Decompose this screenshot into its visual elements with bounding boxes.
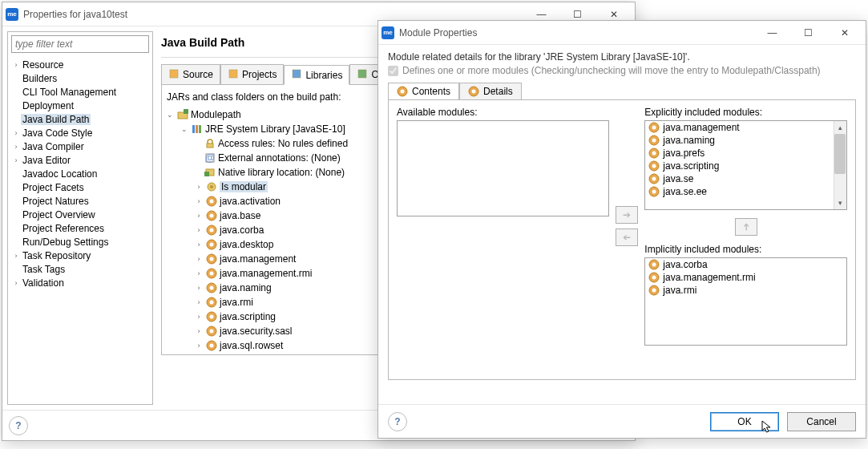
- ok-button[interactable]: OK: [710, 412, 779, 431]
- svg-point-44: [472, 90, 476, 94]
- nav-item-label: Project Facets: [21, 182, 86, 193]
- chevron-right-icon[interactable]: ›: [194, 313, 204, 321]
- chevron-right-icon[interactable]: ›: [194, 298, 204, 306]
- order-icon: [357, 68, 368, 82]
- chevron-down-icon[interactable]: ⌄: [165, 111, 175, 119]
- dialog-tab-details[interactable]: Details: [459, 83, 522, 99]
- tree-label: Is modular: [220, 181, 268, 192]
- module-label: java.prefs: [663, 148, 704, 159]
- scroll-up-icon[interactable]: ▴: [834, 121, 846, 134]
- nav-item-java-code-style[interactable]: ›Java Code Style: [11, 126, 149, 140]
- chevron-right-icon[interactable]: ›: [194, 327, 204, 335]
- svg-rect-1: [229, 70, 237, 78]
- module-item[interactable]: java.prefs: [645, 147, 846, 160]
- module-label: java.management: [663, 122, 739, 133]
- nav-item-project-references[interactable]: Project References: [11, 221, 149, 235]
- nav-item-validation[interactable]: ›Validation: [11, 276, 149, 289]
- scroll-thumb[interactable]: [834, 134, 846, 174]
- tab-projects[interactable]: Projects: [220, 64, 284, 84]
- dialog-help-button[interactable]: ?: [388, 412, 407, 431]
- nav-item-cli-tool-management[interactable]: CLI Tool Management: [11, 85, 149, 99]
- interface-icon: [205, 296, 218, 309]
- implicit-modules-list[interactable]: java.corbajava.management.rmijava.rmi: [644, 257, 847, 346]
- svg-rect-0: [170, 70, 178, 78]
- tree-label: java.base: [220, 210, 260, 221]
- nav-item-deployment[interactable]: Deployment: [11, 99, 149, 112]
- svg-point-18: [210, 200, 214, 204]
- move-up-button[interactable]: ➔: [735, 218, 757, 236]
- nav-item-run-debug-settings[interactable]: Run/Debug Settings: [11, 235, 149, 249]
- nav-item-java-compiler[interactable]: ›Java Compiler: [11, 140, 149, 153]
- nav-item-builders[interactable]: Builders: [11, 71, 149, 85]
- defines-modules-checkbox-row[interactable]: Defines one or more modules (Checking/un…: [388, 65, 856, 76]
- chevron-right-icon[interactable]: ›: [194, 255, 204, 263]
- module-item[interactable]: java.management: [645, 121, 846, 134]
- dialog-tab-contents[interactable]: Contents: [388, 83, 459, 99]
- nav-pane: ›ResourceBuildersCLI Tool ManagementDepl…: [7, 31, 153, 405]
- filter-input[interactable]: [11, 35, 149, 53]
- module-item[interactable]: java.scripting: [645, 160, 846, 172]
- svg-point-16: [210, 185, 213, 188]
- dialog-description: Module related details for the library '…: [388, 51, 856, 63]
- move-left-button[interactable]: ➔: [616, 229, 638, 246]
- module-item[interactable]: java.rmi: [645, 284, 846, 297]
- svg-point-62: [652, 289, 656, 293]
- nav-item-label: Deployment: [21, 100, 75, 111]
- move-right-button[interactable]: ➔: [616, 206, 638, 224]
- help-button[interactable]: ?: [9, 416, 28, 435]
- module-item[interactable]: java.management.rmi: [645, 271, 846, 284]
- dialog-titlebar[interactable]: me Module Properties — ☐ ✕: [378, 21, 866, 45]
- interface-icon: [397, 86, 408, 97]
- chevron-right-icon[interactable]: ›: [194, 212, 204, 220]
- nav-item-java-build-path[interactable]: Java Build Path: [11, 112, 149, 126]
- chevron-right-icon: ›: [11, 143, 21, 151]
- svg-point-34: [210, 315, 214, 319]
- transfer-buttons: ➔ ➔: [616, 107, 638, 346]
- chevron-right-icon[interactable]: ›: [194, 284, 204, 292]
- svg-point-48: [652, 139, 656, 143]
- svg-point-22: [210, 229, 214, 233]
- module-item[interactable]: java.corba: [645, 258, 846, 271]
- tab-libraries[interactable]: Libraries: [284, 65, 349, 85]
- module-item[interactable]: java.se.ee: [645, 185, 846, 198]
- nav-item-label: Task Repository: [21, 250, 92, 261]
- close-button[interactable]: ✕: [826, 21, 862, 44]
- chevron-right-icon[interactable]: ›: [194, 197, 204, 205]
- module-item[interactable]: java.se: [645, 172, 846, 185]
- chevron-right-icon[interactable]: ›: [194, 342, 204, 350]
- chevron-right-icon[interactable]: ›: [194, 183, 204, 191]
- native-lib-icon: [204, 166, 216, 179]
- available-modules-list[interactable]: [397, 120, 609, 216]
- scrollbar[interactable]: ▴ ▾: [834, 121, 846, 209]
- nav-item-task-tags[interactable]: Task Tags: [11, 262, 149, 276]
- nav-item-project-natures[interactable]: Project Natures: [11, 194, 149, 208]
- defines-modules-checkbox[interactable]: [388, 66, 398, 76]
- interface-icon: [205, 209, 218, 222]
- interface-icon: [205, 195, 218, 208]
- nav-item-java-editor[interactable]: ›Java Editor: [11, 153, 149, 167]
- module-item[interactable]: java.naming: [645, 134, 846, 147]
- nav-item-project-overview[interactable]: Project Overview: [11, 208, 149, 221]
- chevron-right-icon: ›: [11, 61, 21, 69]
- maximize-button[interactable]: ☐: [790, 21, 826, 44]
- explicit-modules-list[interactable]: java.managementjava.namingjava.prefsjava…: [644, 120, 847, 210]
- nav-item-task-repository[interactable]: ›Task Repository: [11, 249, 149, 262]
- scroll-down-icon[interactable]: ▾: [834, 196, 846, 209]
- cancel-button[interactable]: Cancel: [787, 412, 856, 431]
- chevron-right-icon[interactable]: ›: [194, 226, 204, 234]
- nav-item-label: Builders: [21, 73, 59, 84]
- chevron-right-icon[interactable]: ›: [194, 269, 204, 277]
- minimize-button[interactable]: —: [754, 21, 790, 44]
- implicit-header: Implicitly included modules:: [644, 244, 847, 255]
- tab-label: Details: [483, 86, 513, 97]
- chevron-down-icon[interactable]: ⌄: [180, 125, 189, 133]
- nav-item-javadoc-location[interactable]: Javadoc Location: [11, 167, 149, 180]
- svg-rect-7: [196, 125, 198, 133]
- nav-item-project-facets[interactable]: Project Facets: [11, 180, 149, 194]
- module-label: java.se: [663, 173, 693, 184]
- tab-source[interactable]: Source: [161, 64, 220, 84]
- nav-item-label: Project References: [21, 223, 106, 234]
- nav-item-resource[interactable]: ›Resource: [11, 58, 149, 71]
- svg-point-26: [210, 257, 214, 261]
- chevron-right-icon[interactable]: ›: [194, 241, 204, 249]
